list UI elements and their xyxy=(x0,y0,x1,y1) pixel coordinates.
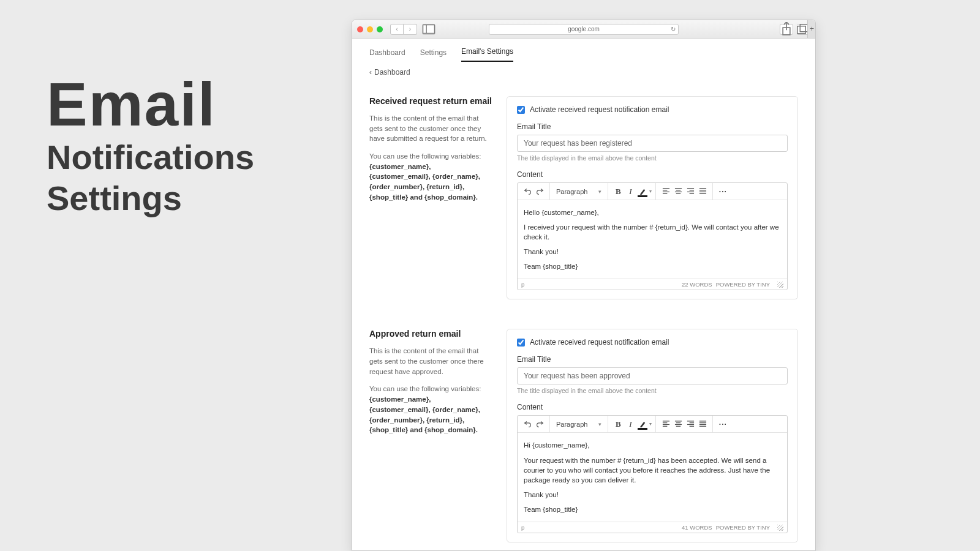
italic-icon[interactable]: I xyxy=(624,418,636,430)
email-title-label: Email Title xyxy=(517,122,788,131)
redo-icon[interactable] xyxy=(533,186,546,198)
breadcrumb[interactable]: ‹ Dashboard xyxy=(352,62,815,83)
page-tabs: Dashboard Settings Email's Settings xyxy=(352,39,815,62)
editor-body[interactable]: Hi {customer_name},Your request with the… xyxy=(518,433,787,522)
editor-statusbar: p41 WORDSPOWERED BY TINY xyxy=(518,522,787,533)
activate-checkbox[interactable] xyxy=(517,106,525,114)
section-description: Approved return emailThis is the content… xyxy=(369,329,492,542)
editor-statusbar: p22 WORDSPOWERED BY TINY xyxy=(518,279,787,290)
editor-toolbar: Paragraph▾BI▾··· xyxy=(518,183,787,200)
bold-icon[interactable]: B xyxy=(612,186,624,198)
rich-text-editor: Paragraph▾BI▾···Hello {customer_name},I … xyxy=(517,182,788,290)
address-bar[interactable]: google.com ↻ xyxy=(489,24,679,35)
rich-text-editor: Paragraph▾BI▾···Hi {customer_name},Your … xyxy=(517,415,788,533)
chevron-down-icon: ▾ xyxy=(598,189,601,195)
email-title-input[interactable] xyxy=(517,135,788,152)
browser-titlebar: ‹ › google.com ↻ + xyxy=(352,20,815,39)
more-icon[interactable]: ··· xyxy=(717,418,729,430)
section-desc: This is the content of the email that ge… xyxy=(369,346,492,377)
url-text: google.com xyxy=(568,26,600,32)
paragraph-format-select[interactable]: Paragraph▾ xyxy=(554,188,604,195)
editor-toolbar: Paragraph▾BI▾··· xyxy=(518,416,787,433)
undo-icon[interactable] xyxy=(521,186,533,198)
italic-icon[interactable]: I xyxy=(624,186,636,198)
highlight-icon[interactable] xyxy=(636,418,649,430)
share-button[interactable] xyxy=(780,24,793,35)
tab-emails-settings[interactable]: Email's Settings xyxy=(461,47,513,62)
highlight-icon[interactable] xyxy=(636,186,649,198)
align-justify-icon[interactable] xyxy=(696,418,709,430)
minimize-window-button[interactable] xyxy=(367,26,373,32)
align-center-icon[interactable] xyxy=(672,186,684,198)
browser-window: ‹ › google.com ↻ + Dashboard Se xyxy=(352,20,816,551)
align-right-icon[interactable] xyxy=(684,186,696,198)
email-settings-card: Activate received request notification e… xyxy=(507,96,798,299)
section-description: Received request return emailThis is the… xyxy=(369,96,492,299)
content-label: Content xyxy=(517,170,788,179)
content-label: Content xyxy=(517,403,788,411)
tab-settings[interactable]: Settings xyxy=(420,48,447,62)
section-vars: You can use the following variables:{cus… xyxy=(369,384,492,435)
new-tab-button[interactable]: + xyxy=(807,20,816,38)
powered-by: POWERED BY TINY xyxy=(716,281,770,288)
chevron-left-icon: ‹ xyxy=(369,68,372,77)
svg-rect-0 xyxy=(423,25,435,34)
align-left-icon[interactable] xyxy=(660,186,672,198)
svg-rect-4 xyxy=(797,26,806,33)
bold-icon[interactable]: B xyxy=(612,418,624,430)
breadcrumb-label: Dashboard xyxy=(374,68,410,77)
sidebar-toggle-button[interactable] xyxy=(422,24,435,35)
section-title: Approved return email xyxy=(369,329,492,339)
align-center-icon[interactable] xyxy=(672,418,684,430)
redo-icon[interactable] xyxy=(533,418,546,430)
hero-line1: Email xyxy=(47,73,254,135)
powered-by: POWERED BY TINY xyxy=(716,524,770,531)
settings-section: Received request return emailThis is the… xyxy=(369,83,798,315)
align-left-icon[interactable] xyxy=(660,418,672,430)
nav-buttons: ‹ › xyxy=(390,24,417,35)
align-right-icon[interactable] xyxy=(684,418,696,430)
editor-body[interactable]: Hello {customer_name},I received your re… xyxy=(518,200,787,279)
resize-grip-icon[interactable] xyxy=(777,525,783,531)
word-count: 41 WORDS xyxy=(682,524,712,531)
close-window-button[interactable] xyxy=(357,26,363,32)
paragraph-format-select[interactable]: Paragraph▾ xyxy=(554,421,604,428)
hero-title: Email Notifications Settings xyxy=(47,73,254,217)
status-path: p xyxy=(521,281,524,288)
align-justify-icon[interactable] xyxy=(696,186,709,198)
hero-line3: Settings xyxy=(47,181,254,217)
chevron-down-icon[interactable]: ▾ xyxy=(649,421,652,427)
status-path: p xyxy=(521,524,524,531)
activate-label: Activate received request notification e… xyxy=(530,105,669,114)
email-title-label: Email Title xyxy=(517,355,788,364)
window-controls xyxy=(357,26,383,32)
email-title-hint: The title displayed in the email above t… xyxy=(517,387,788,394)
activate-checkbox[interactable] xyxy=(517,339,525,347)
back-button[interactable]: ‹ xyxy=(390,24,404,35)
content-area: Received request return emailThis is the… xyxy=(352,83,815,550)
hero-line2: Notifications xyxy=(47,140,254,176)
chevron-down-icon[interactable]: ▾ xyxy=(649,189,652,194)
undo-icon[interactable] xyxy=(521,418,533,430)
section-vars: You can use the following variables:{cus… xyxy=(369,151,492,202)
section-desc: This is the content of the email that ge… xyxy=(369,113,492,144)
resize-grip-icon[interactable] xyxy=(777,282,783,288)
section-title: Received request return email xyxy=(369,96,492,106)
tab-dashboard[interactable]: Dashboard xyxy=(369,48,405,62)
more-icon[interactable]: ··· xyxy=(717,186,729,198)
email-title-input[interactable] xyxy=(517,367,788,384)
reload-icon[interactable]: ↻ xyxy=(671,26,676,32)
email-title-hint: The title displayed in the email above t… xyxy=(517,154,788,162)
email-settings-card: Activate received request notification e… xyxy=(507,329,798,542)
maximize-window-button[interactable] xyxy=(377,26,383,32)
forward-button[interactable]: › xyxy=(404,24,417,35)
word-count: 22 WORDS xyxy=(682,281,712,288)
activate-label: Activate received request notification e… xyxy=(530,338,669,347)
chevron-down-icon: ▾ xyxy=(598,421,601,427)
settings-section: Approved return emailThis is the content… xyxy=(369,315,798,550)
